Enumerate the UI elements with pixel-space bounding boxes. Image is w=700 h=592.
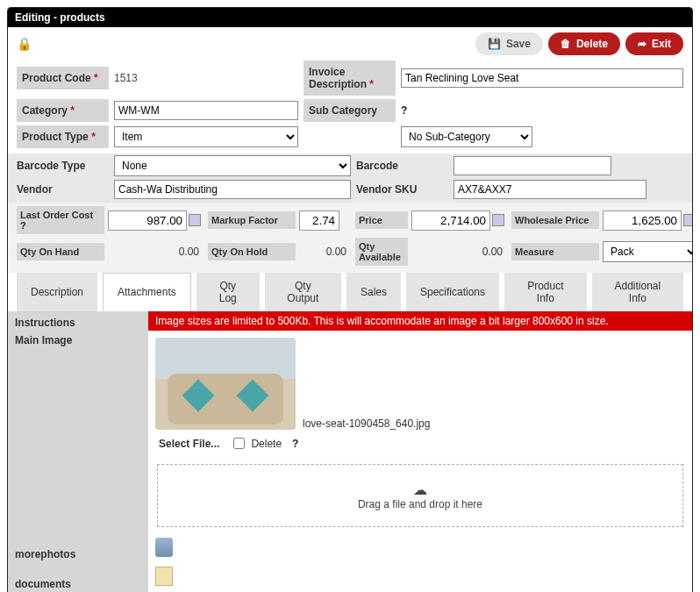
help-icon-file[interactable]: ? (292, 438, 298, 450)
label-last-order-cost: Last Order Cost ? (17, 206, 104, 234)
label-product-code: Product Code (17, 67, 109, 89)
tab-product-info[interactable]: Product Info (504, 273, 587, 311)
select-file-button[interactable]: Select File... (159, 438, 219, 450)
delete-label: Delete (576, 38, 608, 50)
label-sub-category: Sub Category (304, 99, 396, 122)
save-button-top[interactable]: 💾 Save (475, 32, 543, 55)
tab-specifications[interactable]: Specifications (406, 273, 499, 311)
tab-qty-log[interactable]: Qty Log (196, 273, 260, 311)
delete-button-top[interactable]: 🗑 Delete (548, 32, 620, 55)
tab-qty-output[interactable]: Qty Output (265, 273, 341, 311)
main-image-filename: love-seat-1090458_640.jpg (303, 417, 430, 430)
label-product-type: Product Type (17, 125, 109, 148)
label-measure: Measure (511, 243, 599, 260)
dropzone-label: Drag a file and drop it here (358, 498, 482, 510)
calc-icon-price[interactable] (492, 214, 504, 226)
help-icon-cost[interactable]: ? (20, 220, 26, 231)
lock-icon: 🔒 (17, 37, 32, 51)
last-order-cost-input[interactable] (108, 210, 187, 231)
delete-image-checkbox[interactable]: Delete (230, 435, 282, 452)
value-product-code: 1513 (114, 72, 298, 84)
category-input[interactable] (114, 101, 298, 120)
label-main-image: Main Image (15, 334, 141, 346)
window-title: Editing - products (8, 8, 692, 27)
file-dropzone[interactable]: ☁ Drag a file and drop it here (157, 464, 683, 527)
label-invoice-desc: Invoice Description (304, 61, 396, 96)
label-barcode-type: Barcode Type (17, 156, 109, 175)
morephotos-icon[interactable] (155, 538, 173, 557)
wholesale-price-input[interactable] (603, 210, 682, 231)
label-markup-factor: Markup Factor (208, 211, 296, 229)
tab-sales[interactable]: Sales (346, 273, 401, 311)
barcode-type-select[interactable]: None (114, 155, 351, 176)
qty-on-hold-value: 0.00 (299, 246, 352, 258)
tab-description[interactable]: Description (17, 273, 97, 311)
instructions-banner: Image sizes are limited to 500Kb. This i… (148, 311, 692, 331)
qty-available-value: 0.00 (411, 246, 508, 258)
vendor-sku-input[interactable] (454, 180, 646, 199)
label-documents: documents (15, 578, 141, 590)
main-image-thumbnail[interactable] (155, 338, 296, 430)
exit-icon: ➦ (638, 38, 646, 50)
help-icon-invoice[interactable]: ? (401, 104, 407, 117)
calc-icon-cost[interactable] (189, 214, 201, 226)
cloud-upload-icon: ☁ (413, 481, 427, 498)
exit-label: Exit (652, 38, 671, 50)
calc-icon-wholesale[interactable] (683, 214, 693, 226)
barcode-input[interactable] (454, 156, 611, 175)
sub-category-select[interactable]: No Sub-Category (401, 126, 532, 147)
label-qty-on-hand: Qty On Hand (17, 243, 104, 260)
label-qty-available: Qty Available (355, 238, 408, 266)
label-vendor: Vendor (17, 180, 109, 199)
label-vendor-sku: Vendor SKU (356, 180, 448, 199)
tab-additional-info[interactable]: Additional Info (592, 273, 683, 311)
label-category: Category (17, 99, 109, 122)
delete-checkbox-label: Delete (251, 438, 282, 450)
trash-icon: 🗑 (561, 38, 571, 50)
delete-checkbox-input[interactable] (233, 438, 245, 449)
qty-on-hand-value: 0.00 (108, 246, 204, 258)
tab-bar: Description Attachments Qty Log Qty Outp… (8, 273, 692, 311)
invoice-desc-input[interactable] (401, 68, 683, 88)
label-qty-on-hold: Qty On Hold (208, 243, 296, 260)
exit-button-top[interactable]: ➦ Exit (625, 32, 683, 55)
label-price: Price (355, 211, 408, 229)
vendor-input[interactable] (114, 180, 351, 199)
save-icon: 💾 (488, 38, 501, 50)
save-label: Save (506, 38, 531, 50)
measure-select[interactable]: Pack (603, 241, 693, 262)
label-instructions: Instructions (15, 317, 141, 329)
label-morephotos: morephotos (15, 548, 141, 560)
label-wholesale-price: Wholesale Price (511, 211, 599, 229)
product-type-select[interactable]: Item (114, 126, 298, 147)
tab-attachments[interactable]: Attachments (103, 273, 191, 311)
documents-icon[interactable] (155, 567, 173, 586)
markup-factor-input[interactable] (299, 210, 339, 231)
price-input[interactable] (411, 210, 490, 231)
label-barcode: Barcode (356, 156, 448, 175)
